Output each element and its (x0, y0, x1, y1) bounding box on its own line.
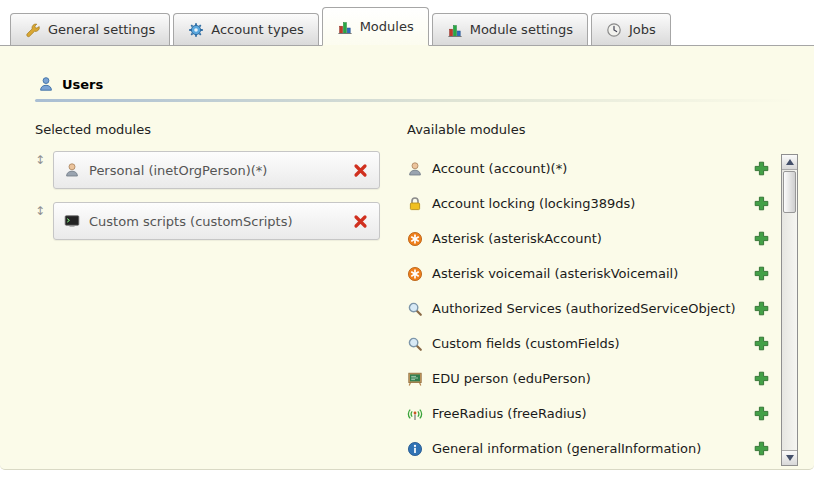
available-module-label: Custom fields (customFields) (432, 336, 745, 351)
add-module-button[interactable] (754, 161, 769, 176)
selected-module-custom-scripts: Custom scripts (customScripts) (53, 202, 380, 240)
person-icon (64, 162, 80, 178)
section-title: Users (62, 77, 103, 92)
add-module-button[interactable] (754, 371, 769, 386)
lock-icon (407, 196, 423, 212)
selected-module-label: Custom scripts (customScripts) (89, 214, 343, 229)
remove-module-button[interactable] (352, 213, 369, 230)
magnifier-icon (407, 336, 423, 352)
chart-icon (337, 19, 353, 35)
available-module-row: Account locking (locking389ds) (407, 186, 771, 221)
scroll-down-button[interactable] (782, 450, 797, 465)
magnifier-icon (407, 301, 423, 317)
add-module-button[interactable] (754, 231, 769, 246)
available-module-row: Account (account)(*) (407, 151, 771, 186)
scrollbar-thumb[interactable] (783, 171, 796, 213)
available-module-label: Account (account)(*) (432, 161, 745, 176)
wrench-icon (25, 22, 41, 38)
tab-account-types[interactable]: Account types (173, 13, 318, 45)
selected-module-personal: Personal (inetOrgPerson)(*) (53, 151, 380, 189)
available-module-row: General information (generalInformation) (407, 431, 771, 466)
selected-modules-heading: Selected modules (35, 122, 380, 137)
tab-label: General settings (48, 22, 155, 37)
modules-panel: Users Selected modules ↕ Personal (inetO… (0, 46, 814, 470)
asterisk-icon (407, 266, 423, 282)
chart-icon (447, 22, 463, 38)
drag-handle-icon[interactable]: ↕ (35, 151, 53, 167)
selected-module-row: ↕ Custom scripts (customScripts) (35, 202, 380, 240)
tab-label: Account types (211, 22, 303, 37)
tab-modules[interactable]: Modules (322, 7, 429, 46)
add-module-button[interactable] (754, 301, 769, 316)
tab-general-settings[interactable]: General settings (10, 13, 170, 45)
available-module-label: FreeRadius (freeRadius) (432, 406, 745, 421)
available-module-label: Asterisk (asteriskAccount) (432, 231, 745, 246)
available-module-label: Authorized Services (authorizedServiceOb… (432, 301, 745, 316)
tab-label: Jobs (629, 22, 656, 37)
available-module-label: Asterisk voicemail (asteriskVoicemail) (432, 266, 745, 281)
user-icon (38, 76, 54, 92)
tab-label: Module settings (470, 22, 573, 37)
tab-bar: General settings Account types Modules M… (0, 0, 814, 46)
tab-jobs[interactable]: Jobs (591, 13, 671, 45)
terminal-icon (64, 213, 80, 229)
section-header: Users (38, 76, 814, 92)
selected-modules-column: Selected modules ↕ Personal (inetOrgPers… (35, 122, 380, 253)
tab-label: Modules (360, 19, 414, 34)
tab-module-settings[interactable]: Module settings (432, 13, 588, 45)
antenna-icon (407, 406, 423, 422)
available-modules-heading: Available modules (407, 122, 771, 137)
drag-handle-icon[interactable]: ↕ (35, 202, 53, 218)
available-module-row: Asterisk (asteriskAccount) (407, 221, 771, 256)
available-module-label: EDU person (eduPerson) (432, 371, 745, 386)
scroll-up-button[interactable] (782, 155, 797, 170)
available-module-row: EDU person (eduPerson) (407, 361, 771, 396)
available-module-label: Account locking (locking389ds) (432, 196, 745, 211)
clock-icon (606, 22, 622, 38)
remove-module-button[interactable] (352, 162, 369, 179)
selected-module-label: Personal (inetOrgPerson)(*) (89, 163, 343, 178)
available-module-row: Asterisk voicemail (asteriskVoicemail) (407, 256, 771, 291)
available-module-row: Custom fields (customFields) (407, 326, 771, 361)
available-module-label: General information (generalInformation) (432, 441, 745, 456)
board-icon (407, 371, 423, 387)
available-modules-column: Available modules Account (account)(*) A… (407, 122, 771, 466)
add-module-button[interactable] (754, 441, 769, 456)
arrow-down-icon (786, 455, 794, 461)
add-module-button[interactable] (754, 336, 769, 351)
scrollbar[interactable] (781, 154, 798, 466)
section-divider (35, 99, 796, 102)
add-module-button[interactable] (754, 266, 769, 281)
available-module-row: FreeRadius (freeRadius) (407, 396, 771, 431)
asterisk-icon (407, 231, 423, 247)
add-module-button[interactable] (754, 196, 769, 211)
scrollbar-track[interactable] (782, 214, 797, 450)
available-module-row: Authorized Services (authorizedServiceOb… (407, 291, 771, 326)
add-module-button[interactable] (754, 406, 769, 421)
lam-configuration-page: General settings Account types Modules M… (0, 0, 814, 478)
gear-icon (188, 22, 204, 38)
arrow-up-icon (786, 159, 794, 165)
selected-module-row: ↕ Personal (inetOrgPerson)(*) (35, 151, 380, 189)
info-icon (407, 441, 423, 457)
person-icon (407, 161, 423, 177)
